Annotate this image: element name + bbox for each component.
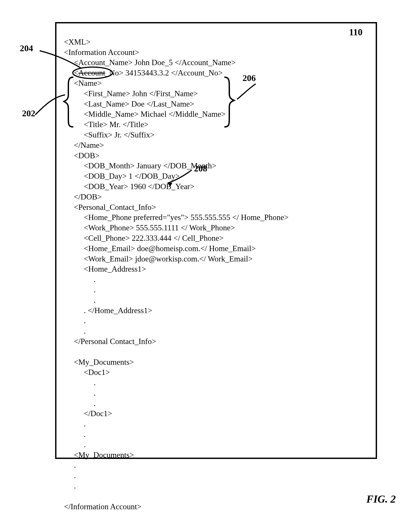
code-line: <Cell_Phone> 222.333.444 </ Cell_Phone> bbox=[64, 234, 224, 243]
code-line: . bbox=[64, 440, 86, 449]
code-line: <Doc1> bbox=[64, 368, 110, 377]
code-line: </Doc1> bbox=[64, 409, 112, 418]
code-line: </Personal Contact_Info> bbox=[64, 337, 156, 346]
code-line: </Information Account> bbox=[64, 502, 142, 511]
code-line: . </Home_Address1> bbox=[64, 306, 152, 315]
code-line: <Name> bbox=[64, 79, 102, 88]
code-line: <Home_Address1> bbox=[64, 265, 146, 273]
code-line: . bbox=[64, 389, 96, 397]
reference-208: 208 bbox=[194, 163, 207, 174]
code-line: <Work_Email> jdoe@workisp.com.</ Work_Em… bbox=[64, 254, 253, 263]
code-line: <Work_Phone> 555.555.1111 </ Work_Phone> bbox=[64, 223, 235, 232]
code-line: <DOB_Year> 1960 </DOB_Year> bbox=[64, 182, 195, 191]
code-line: . bbox=[64, 296, 96, 305]
code-line: <DOB_Day> 1 </DOB_Day> bbox=[64, 172, 180, 181]
code-line: <Information Account> bbox=[64, 48, 139, 57]
code-line: <Personal_Contact_Info> bbox=[64, 203, 156, 212]
figure-caption: FIG. 2 bbox=[367, 493, 396, 505]
code-line: <Account_No> 34153443.3.2 </Account_No> bbox=[64, 69, 223, 77]
code-line: . bbox=[64, 461, 76, 469]
code-line: . bbox=[64, 471, 76, 480]
code-line: <Suffix> Jr. </Suffix> bbox=[64, 130, 155, 139]
code-line: . bbox=[64, 327, 86, 335]
code-line: . bbox=[64, 420, 86, 428]
code-line: <Title> Mr. </Title> bbox=[64, 120, 149, 129]
code-line: </Name> bbox=[64, 141, 104, 150]
code-line: <Middle_Name> Michael </Middle_Name> bbox=[64, 110, 225, 118]
code-line: </DOB> bbox=[64, 192, 102, 201]
code-line: . bbox=[64, 430, 86, 439]
code-line: <Home_Phone preferred="yes"> 555.555.555… bbox=[64, 213, 289, 222]
code-line: . bbox=[64, 316, 86, 325]
code-line: <Home_Email> doe@homeisp.com.</ Home_Ema… bbox=[64, 244, 256, 253]
code-line: <Account_Name> John Doe_5 </Account_Name… bbox=[64, 58, 236, 67]
code-line: <DOB_Month> January </DOB_Month> bbox=[64, 161, 216, 170]
code-line: <My_Documents> bbox=[64, 358, 134, 367]
code-line: <First_Name> John </First_Name> bbox=[64, 89, 198, 98]
code-line: . bbox=[64, 275, 96, 284]
xml-code-block: <XML> <Information Account> <Account_Nam… bbox=[64, 26, 373, 513]
code-line: <My_Documents> bbox=[64, 451, 134, 459]
reference-206: 206 bbox=[242, 73, 256, 83]
reference-202: 202 bbox=[22, 108, 35, 118]
code-line: <Last_Name> Doe </Last_Name> bbox=[64, 100, 194, 108]
code-line: <DOB> bbox=[64, 151, 100, 160]
code-line: . bbox=[64, 285, 96, 294]
code-line: . bbox=[64, 482, 76, 490]
reference-204: 204 bbox=[20, 43, 33, 54]
code-line: <XML> bbox=[64, 38, 91, 46]
code-line: . bbox=[64, 399, 96, 408]
code-line: . bbox=[64, 378, 96, 387]
